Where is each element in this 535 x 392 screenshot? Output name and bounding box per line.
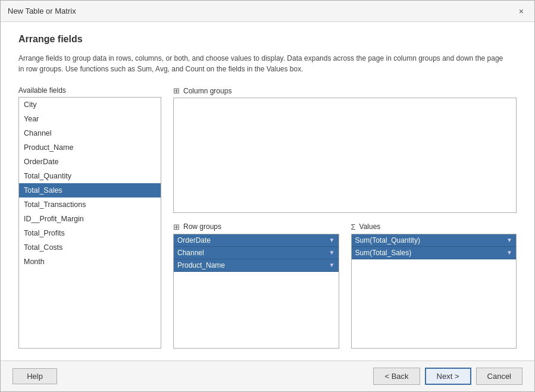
list-item[interactable]: Product_Name — [19, 140, 161, 155]
top-right-area: ⊞ Column groups — [173, 86, 517, 213]
next-button[interactable]: Next > — [425, 368, 471, 385]
cancel-button[interactable]: Cancel — [476, 368, 523, 385]
footer-right: < Back Next > Cancel — [373, 368, 523, 385]
values-label: Values — [359, 222, 381, 231]
values-zone: Σ Values Sum(Total_Quantity)▼Sum(Total_S… — [351, 222, 517, 349]
row-groups-dropbox[interactable]: OrderDate▼Channel▼Product_Name▼ — [173, 234, 339, 349]
dialog-footer: Help < Back Next > Cancel — [1, 360, 534, 391]
list-item[interactable]: City — [19, 98, 161, 112]
list-item[interactable]: Total_Costs — [19, 240, 161, 255]
row-groups-header: ⊞ Row groups — [173, 222, 339, 231]
page-title: Arrange fields — [18, 34, 517, 45]
list-item[interactable]: Channel — [19, 126, 161, 140]
fields-area: Available fields CityYearChannelProduct_… — [18, 86, 517, 349]
close-button[interactable]: × — [515, 6, 527, 17]
row-groups-zone: ⊞ Row groups OrderDate▼Channel▼Product_N… — [173, 222, 339, 349]
list-item[interactable]: Year — [19, 112, 161, 126]
row-groups-label: Row groups — [183, 222, 221, 231]
row-group-item[interactable]: Product_Name▼ — [174, 259, 339, 272]
list-item[interactable]: Total_Sales — [19, 183, 161, 197]
column-groups-icon: ⊞ — [173, 86, 180, 95]
available-fields-column: Available fields CityYearChannelProduct_… — [18, 86, 161, 349]
value-item[interactable]: Sum(Total_Quantity)▼ — [352, 234, 517, 247]
available-fields-listbox[interactable]: CityYearChannelProduct_NameOrderDateTota… — [18, 97, 161, 349]
list-item[interactable]: OrderDate — [19, 155, 161, 169]
column-groups-zone: ⊞ Column groups — [173, 86, 517, 213]
column-groups-label: Column groups — [183, 87, 231, 95]
description-text: Arrange fields to group data in rows, co… — [18, 53, 506, 74]
list-item[interactable]: ID__Profit_Margin — [19, 212, 161, 226]
list-item[interactable]: Month — [19, 255, 161, 269]
right-area: ⊞ Column groups ⊞ Row groups OrderDate▼C… — [173, 86, 517, 349]
bottom-right-area: ⊞ Row groups OrderDate▼Channel▼Product_N… — [173, 222, 517, 349]
dialog-content: Arrange fields Arrange fields to group d… — [1, 22, 534, 360]
values-header: Σ Values — [351, 222, 517, 231]
available-fields-label: Available fields — [18, 86, 161, 95]
values-dropbox[interactable]: Sum(Total_Quantity)▼Sum(Total_Sales)▼ — [351, 234, 517, 349]
help-button[interactable]: Help — [12, 368, 57, 384]
back-button[interactable]: < Back — [373, 368, 420, 385]
column-groups-header: ⊞ Column groups — [173, 86, 517, 95]
value-item[interactable]: Sum(Total_Sales)▼ — [352, 247, 517, 259]
list-item[interactable]: Total_Transactions — [19, 197, 161, 212]
dialog-title: New Table or Matrix — [8, 7, 76, 15]
list-item[interactable]: Total_Quantity — [19, 169, 161, 183]
dialog-window: New Table or Matrix × Arrange fields Arr… — [0, 0, 535, 392]
row-group-item[interactable]: OrderDate▼ — [174, 234, 339, 247]
row-group-item[interactable]: Channel▼ — [174, 247, 339, 259]
list-item[interactable]: Total_Profits — [19, 226, 161, 240]
footer-left: Help — [12, 368, 57, 384]
column-groups-dropbox[interactable] — [173, 98, 517, 213]
values-icon: Σ — [351, 222, 356, 231]
title-bar: New Table or Matrix × — [1, 1, 534, 22]
row-groups-icon: ⊞ — [173, 222, 180, 231]
